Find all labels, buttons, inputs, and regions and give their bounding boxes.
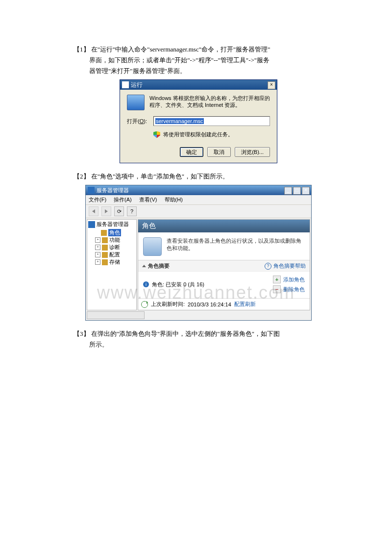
step-3: 【3】 在弹出的"添加角色向导"界面中，选中左侧的"服务器角色"，如下图 所示。 xyxy=(74,328,323,350)
step-1-num: 【1】 xyxy=(74,46,90,53)
tree-item-features[interactable]: +功能 xyxy=(88,236,135,244)
menu-view[interactable]: 查看(V) xyxy=(139,197,157,202)
sm-app-icon xyxy=(88,187,95,194)
run-open-input[interactable]: servermanager.msc xyxy=(153,116,270,126)
server-manager-window: 服务器管理器 _ □ × 文件(F) 操作(A) 查看(V) 帮助(H) ⟳ ? xyxy=(85,185,312,321)
tree-item-roles[interactable]: 角色 xyxy=(88,229,135,236)
run-close-button[interactable]: × xyxy=(268,81,275,89)
refresh-icon xyxy=(141,301,148,308)
step-1: 【1】 在"运行"中输入命令"servermanager.msc"命令，打开"服… xyxy=(74,44,323,76)
sm-toolbar: ⟳ ? xyxy=(86,204,311,218)
run-browse-button[interactable]: 浏览(B)... xyxy=(235,147,270,157)
run-ok-button[interactable]: 确定 xyxy=(180,147,203,157)
add-role-link[interactable]: 添加角色 xyxy=(273,276,305,283)
status-refresh-link[interactable]: 配置刷新 xyxy=(234,301,256,308)
tree-root-label: 服务器管理器 xyxy=(97,221,129,228)
help-icon: ? xyxy=(265,263,271,270)
sm-tree: 服务器管理器 角色 +功能 +诊断 +配置 +存储 xyxy=(87,219,137,310)
sm-status-bar: 上次刷新时间: 2010/3/3 16:24:14 配置刷新 xyxy=(138,298,310,310)
toolbar-back-button[interactable] xyxy=(89,206,98,216)
status-time: 2010/3/3 16:24:14 xyxy=(188,302,231,307)
menu-action[interactable]: 操作(A) xyxy=(114,197,132,202)
run-description: Windows 将根据您所输入的名称，为您打开相应的程序、文件夹、文档或 Int… xyxy=(149,95,270,108)
run-input-value: servermanager.msc xyxy=(155,118,204,124)
sm-close-button[interactable]: × xyxy=(302,187,310,195)
step-2: 【2】 在"角色"选项中，单击"添加角色"，如下图所示。 xyxy=(74,171,323,182)
sm-right-pane: 角色 查看安装在服务器上角色的运行状况，以及添加或删除角色和功能。 角色摘要 ?… xyxy=(138,219,310,310)
roles-installed-label: 角色: 已安装 0 (共 16) xyxy=(152,281,204,288)
step-1-line-c: 器管理"来打开"服务器管理"界面。 xyxy=(74,66,323,76)
remove-role-link[interactable]: 删除角色 xyxy=(273,285,305,293)
sm-right-header: 角色 xyxy=(138,220,310,232)
chevron-up-icon xyxy=(142,265,146,267)
add-icon xyxy=(273,276,281,283)
sm-max-button[interactable]: □ xyxy=(293,187,301,195)
run-shield-note: 将使用管理权限创建此任务。 xyxy=(163,131,233,138)
toolbar-help-button[interactable]: ? xyxy=(127,206,137,216)
tree-hscroll[interactable] xyxy=(87,311,145,319)
sm-title-text: 服务器管理器 xyxy=(97,187,129,194)
tree-item-diagnostics[interactable]: +诊断 xyxy=(88,244,135,251)
step-2-num: 【2】 xyxy=(74,173,90,180)
step-3-num: 【3】 xyxy=(74,330,90,337)
step-1-line-b: 界面，如下图所示；或者单击"开始"->"程序"--"管理工具"->"服务 xyxy=(74,55,323,66)
sm-menubar: 文件(F) 操作(A) 查看(V) 帮助(H) xyxy=(86,195,311,204)
shield-icon xyxy=(153,131,160,138)
run-cancel-button[interactable]: 取消 xyxy=(207,147,231,157)
run-dialog: 运行 × Windows 将根据您所输入的名称，为您打开相应的程序、文件夹、文档… xyxy=(120,79,277,163)
roles-big-icon xyxy=(143,237,162,256)
remove-icon xyxy=(273,285,281,293)
step-1-line-a: 在"运行"中输入命令"servermanager.msc"命令，打开"服务器管理… xyxy=(90,46,270,53)
status-time-prefix: 上次刷新时间: xyxy=(151,301,185,308)
roles-summary-title: 角色摘要 xyxy=(148,262,170,270)
info-icon: i xyxy=(143,281,149,287)
run-title-text: 运行 xyxy=(131,80,143,90)
toolbar-forward-button[interactable] xyxy=(101,206,111,216)
sm-min-button[interactable]: _ xyxy=(284,187,292,195)
sm-title-bar: 服务器管理器 _ □ × xyxy=(86,185,311,195)
server-icon xyxy=(88,221,95,228)
run-open-label: 打开(O): xyxy=(127,118,153,125)
run-app-icon xyxy=(122,81,129,88)
menu-help[interactable]: 帮助(H) xyxy=(165,197,183,202)
step-3-line-a: 在弹出的"添加角色向导"界面中，选中左侧的"服务器角色"，如下图 xyxy=(90,330,280,337)
step-2-text: 在"角色"选项中，单击"添加角色"，如下图所示。 xyxy=(90,173,229,180)
run-icon xyxy=(127,95,145,110)
tree-item-storage[interactable]: +存储 xyxy=(88,258,135,266)
tree-root[interactable]: 服务器管理器 xyxy=(88,221,135,228)
toolbar-refresh-button[interactable]: ⟳ xyxy=(114,206,124,216)
tree-item-config[interactable]: +配置 xyxy=(88,251,135,258)
run-title-bar: 运行 × xyxy=(120,80,277,90)
roles-summary-help-link[interactable]: ? 角色摘要帮助 xyxy=(265,262,306,270)
menu-file[interactable]: 文件(F) xyxy=(89,197,106,202)
roles-summary-header[interactable]: 角色摘要 ? 角色摘要帮助 xyxy=(138,260,310,272)
step-3-line-b: 所示。 xyxy=(74,339,323,350)
roles-description: 查看安装在服务器上角色的运行状况，以及添加或删除角色和功能。 xyxy=(167,237,305,252)
